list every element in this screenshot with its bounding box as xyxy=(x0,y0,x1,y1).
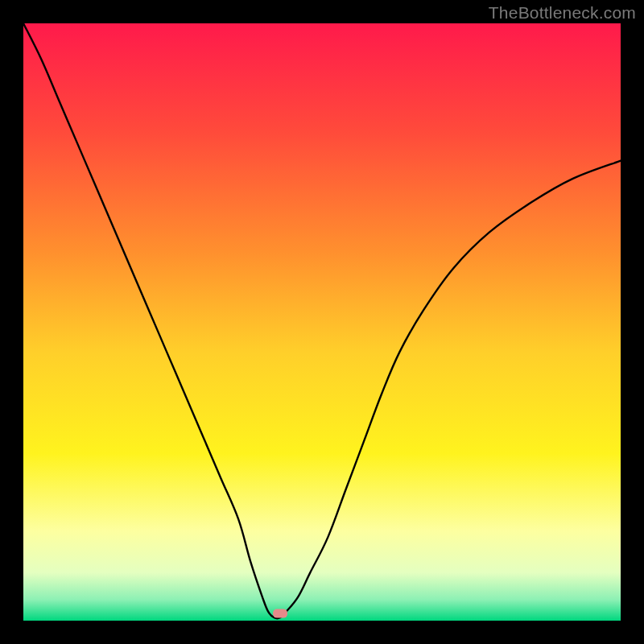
bottleneck-chart xyxy=(23,23,621,621)
plot-area xyxy=(23,23,621,621)
watermark-label: TheBottleneck.com xyxy=(489,3,636,23)
optimal-point-marker xyxy=(273,609,287,618)
chart-frame: TheBottleneck.com xyxy=(0,0,644,644)
gradient-background xyxy=(23,23,621,621)
